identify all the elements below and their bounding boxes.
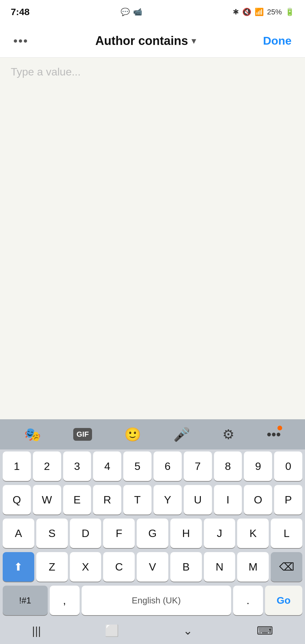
qwerty-row: Q W E R T Y U I O P <box>0 483 305 517</box>
more-button[interactable]: ••• <box>13 34 29 47</box>
mic-icon[interactable]: 🎤 <box>173 427 190 442</box>
sticker-icon[interactable]: 🎭 <box>24 427 41 442</box>
key-e[interactable]: E <box>63 485 91 515</box>
top-nav: ••• Author contains ▾ Done <box>0 24 305 58</box>
battery-percent: 25% <box>267 8 282 16</box>
period-key[interactable]: . <box>233 586 263 615</box>
key-2[interactable]: 2 <box>33 451 61 481</box>
bottom-row: !#1 , English (UK) . Go <box>0 584 305 617</box>
key-a[interactable]: A <box>3 519 34 548</box>
comma-key[interactable]: , <box>50 586 80 615</box>
home-icon[interactable]: ⬜ <box>105 624 119 637</box>
status-right: ✱ 🔇 📶 25% 🔋 <box>233 8 294 16</box>
symbol-key[interactable]: !#1 <box>3 586 48 615</box>
key-i[interactable]: I <box>214 485 242 515</box>
done-button[interactable]: Done <box>263 34 292 47</box>
key-c[interactable]: C <box>103 552 135 582</box>
key-p[interactable]: P <box>274 485 302 515</box>
keyboard-more-icon[interactable]: ••• <box>267 427 281 442</box>
zxcv-row: ⬆ Z X C V B N M ⌫ <box>0 550 305 584</box>
wifi-icon: 📶 <box>255 8 264 16</box>
key-9[interactable]: 9 <box>244 451 272 481</box>
shift-key[interactable]: ⬆ <box>3 552 34 582</box>
battery-icon: 🔋 <box>285 8 294 16</box>
key-h[interactable]: H <box>170 519 202 548</box>
key-0[interactable]: 0 <box>274 451 302 481</box>
key-d[interactable]: D <box>70 519 101 548</box>
gif-icon[interactable]: GIF <box>73 428 92 441</box>
content-area <box>0 86 305 419</box>
video-icon: 📹 <box>133 8 142 16</box>
key-k[interactable]: K <box>237 519 269 548</box>
go-key[interactable]: Go <box>265 586 302 615</box>
key-n[interactable]: N <box>204 552 235 582</box>
key-s[interactable]: S <box>36 519 68 548</box>
key-y[interactable]: Y <box>154 485 182 515</box>
emoji-icon[interactable]: 🙂 <box>124 427 141 442</box>
recents-icon[interactable]: ⌄ <box>183 624 192 637</box>
key-o[interactable]: O <box>244 485 272 515</box>
bottom-bar: ||| ⬜ ⌄ ⌨ <box>0 617 305 644</box>
key-g[interactable]: G <box>137 519 168 548</box>
key-r[interactable]: R <box>93 485 121 515</box>
number-row: 1 2 3 4 5 6 7 8 9 0 <box>0 449 305 483</box>
bluetooth-icon: ✱ <box>233 8 239 16</box>
key-l[interactable]: L <box>271 519 302 548</box>
key-w[interactable]: W <box>33 485 61 515</box>
key-4[interactable]: 4 <box>93 451 121 481</box>
key-8[interactable]: 8 <box>214 451 242 481</box>
space-key[interactable]: English (UK) <box>82 586 231 615</box>
back-icon[interactable]: ||| <box>32 624 41 637</box>
keyboard-toolbar: 🎭 GIF 🙂 🎤 ⚙ ••• <box>0 419 305 449</box>
nav-title[interactable]: Author contains ▾ <box>95 34 196 48</box>
message-icon: 💬 <box>121 8 130 16</box>
key-7[interactable]: 7 <box>184 451 212 481</box>
nav-title-text: Author contains <box>95 34 188 48</box>
status-time: 7:48 <box>11 7 30 17</box>
chevron-down-icon: ▾ <box>191 35 196 46</box>
key-5[interactable]: 5 <box>123 451 151 481</box>
key-v[interactable]: V <box>137 552 168 582</box>
key-3[interactable]: 3 <box>63 451 91 481</box>
backspace-key[interactable]: ⌫ <box>271 552 302 582</box>
key-f[interactable]: F <box>103 519 135 548</box>
key-m[interactable]: M <box>237 552 269 582</box>
status-bar: 7:48 💬 📹 ✱ 🔇 📶 25% 🔋 <box>0 0 305 24</box>
asdf-row: A S D F G H J K L <box>0 517 305 550</box>
settings-icon[interactable]: ⚙ <box>222 427 234 442</box>
key-1[interactable]: 1 <box>3 451 31 481</box>
mute-icon: 🔇 <box>242 8 251 16</box>
key-6[interactable]: 6 <box>154 451 182 481</box>
key-x[interactable]: X <box>70 552 101 582</box>
value-input[interactable] <box>11 66 294 78</box>
status-icons: 💬 📹 <box>121 8 142 16</box>
keyboard: 🎭 GIF 🙂 🎤 ⚙ ••• 1 2 3 4 5 6 7 8 9 0 Q W … <box>0 419 305 617</box>
key-z[interactable]: Z <box>36 552 68 582</box>
key-u[interactable]: U <box>184 485 212 515</box>
keyboard-icon[interactable]: ⌨ <box>257 624 273 637</box>
input-area <box>0 58 305 86</box>
key-j[interactable]: J <box>204 519 235 548</box>
key-t[interactable]: T <box>123 485 151 515</box>
key-q[interactable]: Q <box>3 485 31 515</box>
key-b[interactable]: B <box>170 552 202 582</box>
